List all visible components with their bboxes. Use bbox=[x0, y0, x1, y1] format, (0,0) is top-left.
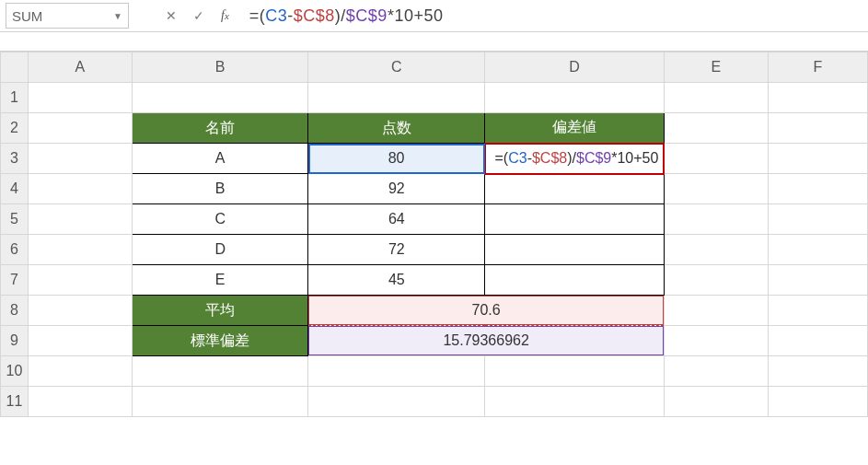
cell-A11[interactable] bbox=[28, 387, 132, 417]
cell-C7[interactable]: 45 bbox=[308, 265, 485, 296]
cell-E1[interactable] bbox=[664, 83, 768, 113]
cell-D4[interactable] bbox=[485, 174, 665, 204]
cell-F9[interactable] bbox=[768, 326, 867, 356]
select-all-corner[interactable] bbox=[1, 52, 29, 83]
cell-A2[interactable] bbox=[28, 113, 132, 144]
cell-C5[interactable]: 64 bbox=[308, 204, 485, 235]
cell-D1[interactable] bbox=[485, 83, 665, 113]
cell-B8[interactable]: 平均 bbox=[132, 296, 308, 326]
cell-C8-D8-merged[interactable]: 70.6 bbox=[308, 296, 664, 326]
cell-C2[interactable]: 点数 bbox=[308, 113, 485, 144]
cell-E3[interactable] bbox=[664, 144, 768, 174]
row-header-1[interactable]: 1 bbox=[1, 83, 29, 113]
cell-B9[interactable]: 標準偏差 bbox=[132, 326, 308, 356]
cell-F3[interactable] bbox=[768, 144, 867, 174]
cell-C10[interactable] bbox=[308, 356, 485, 387]
cell-C11[interactable] bbox=[308, 387, 485, 417]
row-header-10[interactable]: 10 bbox=[1, 356, 29, 387]
cell-D2[interactable]: 偏差値 bbox=[485, 113, 665, 144]
cell-A4[interactable] bbox=[28, 174, 132, 204]
cell-A7[interactable] bbox=[28, 265, 132, 296]
cell-E5[interactable] bbox=[664, 204, 768, 235]
cell-B7[interactable]: E bbox=[132, 265, 308, 296]
cell-D11[interactable] bbox=[485, 387, 665, 417]
col-header-D[interactable]: D bbox=[485, 52, 665, 83]
cell-D3-editing[interactable]: =(C3-$C$8)/$C$9*10+50 bbox=[485, 144, 665, 174]
cell-F4[interactable] bbox=[768, 174, 867, 204]
cell-E9[interactable] bbox=[664, 326, 768, 356]
cell-B10[interactable] bbox=[132, 356, 308, 387]
cell-A10[interactable] bbox=[28, 356, 132, 387]
cell-F1[interactable] bbox=[768, 83, 867, 113]
confirm-icon[interactable]: ✓ bbox=[193, 8, 204, 23]
cell-F5[interactable] bbox=[768, 204, 867, 235]
formula-bar: SUM ▼ ✕ ✓ fx =(C3-$C$8)/$C$9*10+50 bbox=[0, 0, 868, 32]
cell-D6[interactable] bbox=[485, 235, 665, 265]
cell-E6[interactable] bbox=[664, 235, 768, 265]
cell-D7[interactable] bbox=[485, 265, 665, 296]
col-header-B[interactable]: B bbox=[132, 52, 308, 83]
fx-icon[interactable]: fx bbox=[221, 8, 229, 23]
col-header-E[interactable]: E bbox=[664, 52, 768, 83]
cell-A5[interactable] bbox=[28, 204, 132, 235]
row-header-11[interactable]: 11 bbox=[1, 387, 29, 417]
cell-E7[interactable] bbox=[664, 265, 768, 296]
cell-D5[interactable] bbox=[485, 204, 665, 235]
cell-B3[interactable]: A bbox=[132, 144, 308, 174]
cell-B6[interactable]: D bbox=[132, 235, 308, 265]
cell-A6[interactable] bbox=[28, 235, 132, 265]
row-header-4[interactable]: 4 bbox=[1, 174, 29, 204]
col-header-C[interactable]: C bbox=[308, 52, 485, 83]
cell-E4[interactable] bbox=[664, 174, 768, 204]
cell-B2[interactable]: 名前 bbox=[132, 113, 308, 144]
row-header-9[interactable]: 9 bbox=[1, 326, 29, 356]
cell-F6[interactable] bbox=[768, 235, 867, 265]
formula-bar-buttons: ✕ ✓ fx bbox=[166, 8, 229, 23]
row-header-7[interactable]: 7 bbox=[1, 265, 29, 296]
row-header-5[interactable]: 5 bbox=[1, 204, 29, 235]
cell-E8[interactable] bbox=[664, 296, 768, 326]
cell-C4[interactable]: 92 bbox=[308, 174, 485, 204]
col-header-A[interactable]: A bbox=[28, 52, 132, 83]
cell-C6[interactable]: 72 bbox=[308, 235, 485, 265]
cell-F10[interactable] bbox=[768, 356, 867, 387]
cell-E11[interactable] bbox=[664, 387, 768, 417]
spreadsheet-grid[interactable]: A B C D E F 1 2 名前 点数 偏差値 3 A 80 =(C3-$C… bbox=[0, 52, 868, 417]
cell-C9-D9-merged[interactable]: 15.79366962 bbox=[308, 326, 664, 356]
name-box[interactable]: SUM ▼ bbox=[6, 3, 129, 29]
row-header-8[interactable]: 8 bbox=[1, 296, 29, 326]
cell-F7[interactable] bbox=[768, 265, 867, 296]
row-header-2[interactable]: 2 bbox=[1, 113, 29, 144]
row-header-3[interactable]: 3 bbox=[1, 144, 29, 174]
cell-C3[interactable]: 80 bbox=[308, 144, 485, 174]
cell-B5[interactable]: C bbox=[132, 204, 308, 235]
cell-B4[interactable]: B bbox=[132, 174, 308, 204]
cancel-icon[interactable]: ✕ bbox=[166, 8, 177, 23]
cell-E10[interactable] bbox=[664, 356, 768, 387]
cell-B11[interactable] bbox=[132, 387, 308, 417]
cell-F11[interactable] bbox=[768, 387, 867, 417]
name-box-value: SUM bbox=[12, 8, 42, 24]
cell-F2[interactable] bbox=[768, 113, 867, 144]
cell-C1[interactable] bbox=[308, 83, 485, 113]
name-box-dropdown-icon[interactable]: ▼ bbox=[113, 11, 122, 21]
cell-D10[interactable] bbox=[485, 356, 665, 387]
cell-A1[interactable] bbox=[28, 83, 132, 113]
cell-A3[interactable] bbox=[28, 144, 132, 174]
row-header-6[interactable]: 6 bbox=[1, 235, 29, 265]
formula-text[interactable]: =(C3-$C$8)/$C$9*10+50 bbox=[249, 6, 444, 26]
cell-F8[interactable] bbox=[768, 296, 867, 326]
cell-B1[interactable] bbox=[132, 83, 308, 113]
col-header-F[interactable]: F bbox=[768, 52, 867, 83]
cell-A8[interactable] bbox=[28, 296, 132, 326]
cell-E2[interactable] bbox=[664, 113, 768, 144]
cell-A9[interactable] bbox=[28, 326, 132, 356]
